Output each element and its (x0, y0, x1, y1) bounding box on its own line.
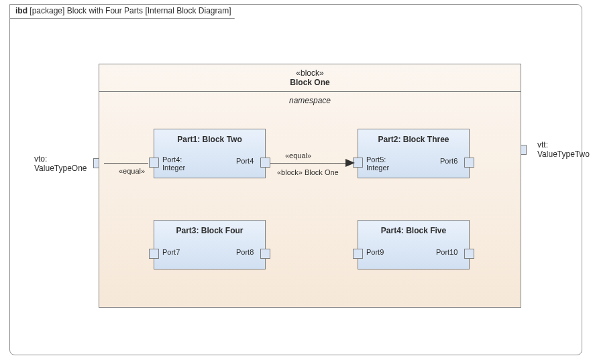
part2-port-right[interactable] (464, 158, 474, 168)
ext-right-name: vtt: (537, 140, 548, 149)
part3-port-right[interactable] (260, 249, 270, 259)
ext-left-name: vto: (34, 154, 47, 164)
part1-port-right[interactable] (260, 158, 270, 168)
part4-port-right-label: Port10 (436, 248, 457, 256)
external-port-left-label: vto: ValueTypeOne (34, 154, 87, 173)
part4-port-left[interactable] (353, 249, 363, 259)
connector-part1-part2-arrow (345, 159, 355, 167)
diagram-type: [Internal Block Diagram] (145, 6, 231, 15)
block-one[interactable]: «block» Block One namespace Part1: Block… (99, 64, 521, 308)
connector-part1-part2[interactable] (270, 163, 347, 164)
diagram-name: Block with Four Parts (67, 6, 143, 15)
diagram-frame-header: ibd [package] Block with Four Parts [Int… (9, 4, 241, 19)
part1-port-left-label: Port4: Integer (162, 156, 185, 172)
part4-port-left-label: Port9 (366, 248, 384, 256)
part2-port-left-label: Port5: Integer (366, 156, 389, 172)
part3-port-left[interactable] (149, 249, 159, 259)
part2-port-right-label: Port6 (440, 157, 457, 165)
diagram-package: [package] (30, 6, 64, 15)
diagram-frame: ibd [package] Block with Four Parts [Int… (9, 4, 582, 355)
block-one-title: Block One (99, 78, 521, 87)
part4-title: Part4: Block Five (358, 221, 469, 235)
connector-vto-part1[interactable] (104, 163, 148, 164)
part2[interactable]: Part2: Block Three Port5: Integer Port6 (358, 129, 470, 178)
part1[interactable]: Part1: Block Two Port4: Integer Port4 (154, 129, 266, 178)
part3-port-right-label: Port8 (236, 248, 254, 256)
part1-title: Part1: Block Two (154, 129, 265, 144)
part3[interactable]: Part3: Block Four Port7 Port8 (154, 220, 266, 269)
part2-title: Part2: Block Three (358, 129, 469, 144)
block-one-header: «block» Block One (99, 64, 521, 92)
connector-part1-part2-sublabel: «block» Block One (277, 168, 339, 176)
part3-title: Part3: Block Four (154, 221, 265, 235)
connector-vto-part1-label: «equal» (119, 167, 145, 175)
connector-part1-part2-label: «equal» (285, 151, 311, 160)
part4[interactable]: Part4: Block Five Port9 Port10 (358, 220, 470, 269)
part1-port-right-label: Port4 (236, 157, 254, 165)
part1-port-left[interactable] (149, 158, 159, 168)
part4-port-right[interactable] (464, 249, 474, 259)
ext-left-type: ValueTypeOne (34, 164, 87, 173)
block-one-stereotype: «block» (99, 68, 521, 78)
block-one-namespace: namespace (99, 92, 521, 105)
external-port-right-label: vtt: ValueTypeTwo (537, 140, 590, 159)
diagram-kind: ibd (15, 6, 28, 15)
ext-right-type: ValueTypeTwo (537, 149, 590, 159)
part3-port-left-label: Port7 (162, 248, 180, 256)
